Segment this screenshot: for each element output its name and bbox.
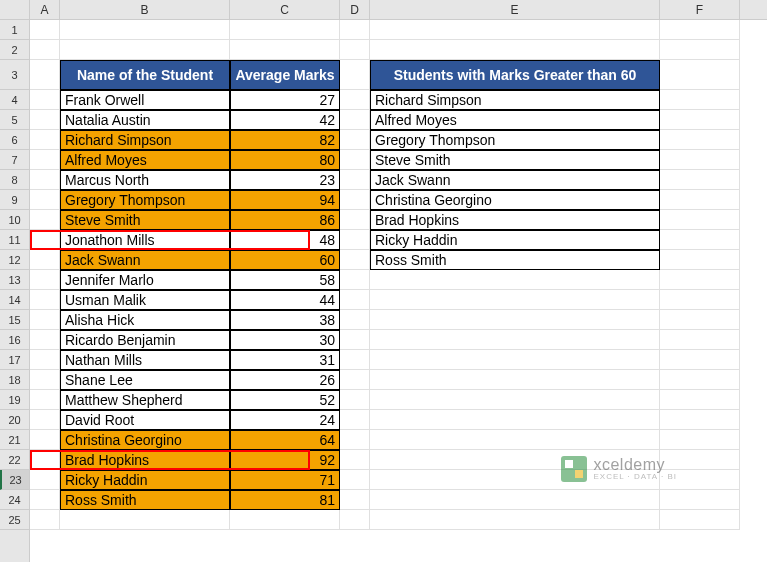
student-marks[interactable]: 52 <box>230 390 340 410</box>
cell-d12[interactable] <box>340 250 370 270</box>
cell-f25[interactable] <box>660 510 740 530</box>
cell-a7[interactable] <box>30 150 60 170</box>
cell-d15[interactable] <box>340 310 370 330</box>
row-header-24[interactable]: 24 <box>0 490 29 510</box>
cell-d3[interactable] <box>340 60 370 90</box>
table1-header-marks[interactable]: Average Marks <box>230 60 340 90</box>
student-name[interactable]: Frank Orwell <box>60 90 230 110</box>
cell-e14[interactable] <box>370 290 660 310</box>
row-header-18[interactable]: 18 <box>0 370 29 390</box>
cell-f16[interactable] <box>660 330 740 350</box>
cell-a19[interactable] <box>30 390 60 410</box>
student-name[interactable]: Steve Smith <box>60 210 230 230</box>
student-name[interactable]: Jonathon Mills <box>60 230 230 250</box>
row-header-13[interactable]: 13 <box>0 270 29 290</box>
cell-d5[interactable] <box>340 110 370 130</box>
cell-a6[interactable] <box>30 130 60 150</box>
result-name[interactable]: Jack Swann <box>370 170 660 190</box>
row-header-15[interactable]: 15 <box>0 310 29 330</box>
student-name[interactable]: Ricky Haddin <box>60 470 230 490</box>
cell-a25[interactable] <box>30 510 60 530</box>
cell-a1[interactable] <box>30 20 60 40</box>
cell-f17[interactable] <box>660 350 740 370</box>
row-header-1[interactable]: 1 <box>0 20 29 40</box>
select-all-corner[interactable] <box>0 0 30 19</box>
cell-f6[interactable] <box>660 130 740 150</box>
cell-d11[interactable] <box>340 230 370 250</box>
cell-f12[interactable] <box>660 250 740 270</box>
cell-d8[interactable] <box>340 170 370 190</box>
cell-f19[interactable] <box>660 390 740 410</box>
cells-area[interactable]: xceldemy EXCEL · DATA · BI Name of the S… <box>30 20 767 562</box>
row-header-10[interactable]: 10 <box>0 210 29 230</box>
student-marks[interactable]: 92 <box>230 450 340 470</box>
cell-f1[interactable] <box>660 20 740 40</box>
student-marks[interactable]: 94 <box>230 190 340 210</box>
cell-a18[interactable] <box>30 370 60 390</box>
cell-d17[interactable] <box>340 350 370 370</box>
row-header-22[interactable]: 22 <box>0 450 29 470</box>
student-marks[interactable]: 31 <box>230 350 340 370</box>
cell-e21[interactable] <box>370 430 660 450</box>
student-name[interactable]: Marcus North <box>60 170 230 190</box>
cell-f20[interactable] <box>660 410 740 430</box>
result-name[interactable]: Brad Hopkins <box>370 210 660 230</box>
cell-a23[interactable] <box>30 470 60 490</box>
cell-e2[interactable] <box>370 40 660 60</box>
student-name[interactable]: Alisha Hick <box>60 310 230 330</box>
cell-f5[interactable] <box>660 110 740 130</box>
cell-f11[interactable] <box>660 230 740 250</box>
cell-a21[interactable] <box>30 430 60 450</box>
result-name[interactable]: Richard Simpson <box>370 90 660 110</box>
cell-d21[interactable] <box>340 430 370 450</box>
student-marks[interactable]: 86 <box>230 210 340 230</box>
cell-d25[interactable] <box>340 510 370 530</box>
row-header-16[interactable]: 16 <box>0 330 29 350</box>
student-name[interactable]: Usman Malik <box>60 290 230 310</box>
col-header-f[interactable]: F <box>660 0 740 19</box>
cell-d10[interactable] <box>340 210 370 230</box>
cell-c2[interactable] <box>230 40 340 60</box>
row-header-11[interactable]: 11 <box>0 230 29 250</box>
student-name[interactable]: Alfred Moyes <box>60 150 230 170</box>
cell-e20[interactable] <box>370 410 660 430</box>
student-marks[interactable]: 24 <box>230 410 340 430</box>
row-header-17[interactable]: 17 <box>0 350 29 370</box>
row-header-4[interactable]: 4 <box>0 90 29 110</box>
cell-f9[interactable] <box>660 190 740 210</box>
cell-a4[interactable] <box>30 90 60 110</box>
cell-a5[interactable] <box>30 110 60 130</box>
student-marks[interactable]: 42 <box>230 110 340 130</box>
table1-header-name[interactable]: Name of the Student <box>60 60 230 90</box>
cell-a9[interactable] <box>30 190 60 210</box>
result-name[interactable]: Ross Smith <box>370 250 660 270</box>
result-name[interactable]: Gregory Thompson <box>370 130 660 150</box>
cell-d7[interactable] <box>340 150 370 170</box>
cell-a22[interactable] <box>30 450 60 470</box>
student-name[interactable]: Jennifer Marlo <box>60 270 230 290</box>
cell-d16[interactable] <box>340 330 370 350</box>
student-marks[interactable]: 60 <box>230 250 340 270</box>
row-header-5[interactable]: 5 <box>0 110 29 130</box>
cell-e1[interactable] <box>370 20 660 40</box>
student-name[interactable]: David Root <box>60 410 230 430</box>
cell-d20[interactable] <box>340 410 370 430</box>
cell-f18[interactable] <box>660 370 740 390</box>
cell-e24[interactable] <box>370 490 660 510</box>
col-header-c[interactable]: C <box>230 0 340 19</box>
cell-a20[interactable] <box>30 410 60 430</box>
table2-header[interactable]: Students with Marks Greater than 60 <box>370 60 660 90</box>
student-name[interactable]: Shane Lee <box>60 370 230 390</box>
row-header-20[interactable]: 20 <box>0 410 29 430</box>
cell-e16[interactable] <box>370 330 660 350</box>
student-marks[interactable]: 44 <box>230 290 340 310</box>
row-header-3[interactable]: 3 <box>0 60 29 90</box>
student-name[interactable]: Natalia Austin <box>60 110 230 130</box>
cell-d19[interactable] <box>340 390 370 410</box>
student-marks[interactable]: 58 <box>230 270 340 290</box>
cell-d18[interactable] <box>340 370 370 390</box>
cell-a11[interactable] <box>30 230 60 250</box>
cell-d24[interactable] <box>340 490 370 510</box>
cell-d13[interactable] <box>340 270 370 290</box>
student-name[interactable]: Jack Swann <box>60 250 230 270</box>
